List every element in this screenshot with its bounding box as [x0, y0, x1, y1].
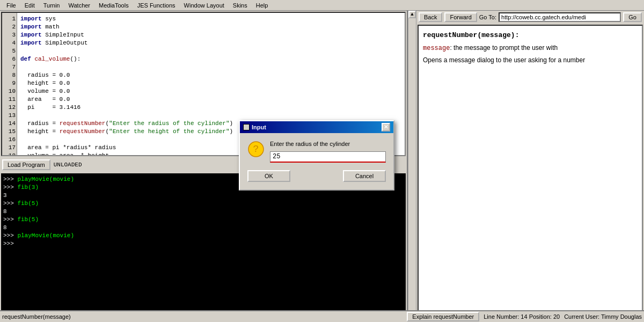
input-dialog: Input ✕ ? Enter the radius of the cylind… — [239, 120, 394, 191]
menu-jes-functions[interactable]: JES Functions — [133, 1, 180, 10]
dialog-close-button[interactable]: ✕ — [382, 123, 390, 131]
menu-edit[interactable]: Edit — [20, 1, 39, 10]
menu-watcher[interactable]: Watcher — [64, 1, 94, 10]
menubar: File Edit Turnin Watcher MediaTools JES … — [0, 0, 644, 11]
modal-overlay: Input ✕ ? Enter the radius of the cylind… — [0, 11, 644, 321]
dialog-body: ? Enter the radius of the cylinder — [240, 133, 393, 170]
dialog-right: Enter the radius of the cylinder — [270, 141, 386, 163]
menu-window-layout[interactable]: Window Layout — [180, 1, 229, 10]
ok-button[interactable]: OK — [247, 170, 290, 182]
dialog-title-icon — [243, 124, 250, 130]
dialog-icon: ? — [247, 141, 265, 158]
menu-file[interactable]: File — [2, 1, 20, 10]
dialog-input[interactable] — [270, 151, 386, 163]
menu-turnin[interactable]: Turnin — [39, 1, 64, 10]
dialog-title: Input — [252, 124, 266, 130]
menu-skins[interactable]: Skins — [229, 1, 252, 10]
menu-mediatools[interactable]: MediaTools — [94, 1, 133, 10]
dialog-titlebar: Input ✕ — [240, 121, 393, 133]
svg-text:?: ? — [253, 144, 259, 155]
main-layout: 12345 678910 1112131415 1617181920 impor… — [0, 11, 644, 321]
menu-help[interactable]: Help — [252, 1, 273, 10]
dialog-buttons: OK Cancel — [240, 170, 393, 189]
dialog-message: Enter the radius of the cylinder — [270, 141, 386, 147]
cancel-button[interactable]: Cancel — [343, 170, 386, 182]
